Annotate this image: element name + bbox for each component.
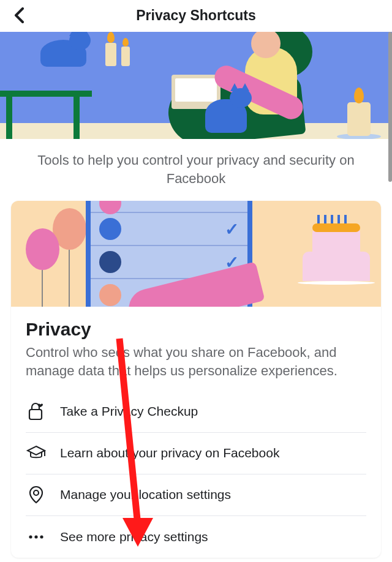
- item-label: Manage your location settings: [60, 487, 231, 502]
- item-label: Learn about your privacy on Facebook: [60, 446, 279, 460]
- svg-point-3: [29, 535, 32, 538]
- scrollbar[interactable]: [388, 32, 392, 182]
- item-learn-privacy[interactable]: Learn about your privacy on Facebook: [26, 433, 366, 474]
- svg-point-2: [34, 490, 39, 495]
- dots-icon: [26, 526, 60, 547]
- privacy-card: ✓ ✓ Privacy Control who sees what you sh…: [11, 201, 381, 557]
- location-pin-icon: [26, 484, 60, 505]
- card-title: Privacy: [26, 319, 366, 340]
- item-privacy-checkup[interactable]: Take a Privacy Checkup: [26, 391, 366, 433]
- item-see-more[interactable]: See more privacy settings: [26, 516, 366, 558]
- svg-point-4: [34, 535, 37, 538]
- lock-heart-icon: [26, 401, 60, 422]
- page-subtitle: Tools to help you control your privacy a…: [0, 139, 392, 201]
- svg-point-5: [40, 535, 43, 538]
- item-location-settings[interactable]: Manage your location settings: [26, 474, 366, 516]
- svg-rect-0: [29, 410, 42, 419]
- item-label: See more privacy settings: [60, 530, 208, 544]
- card-description: Control who sees what you share on Faceb…: [26, 343, 366, 380]
- chevron-left-icon: [13, 7, 26, 23]
- card-illustration: ✓ ✓: [11, 201, 381, 307]
- page-title: Privacy Shortcuts: [0, 7, 392, 24]
- hero-illustration: [0, 32, 392, 139]
- grad-cap-icon: [26, 443, 60, 463]
- back-button[interactable]: [7, 3, 32, 28]
- item-label: Take a Privacy Checkup: [60, 404, 198, 419]
